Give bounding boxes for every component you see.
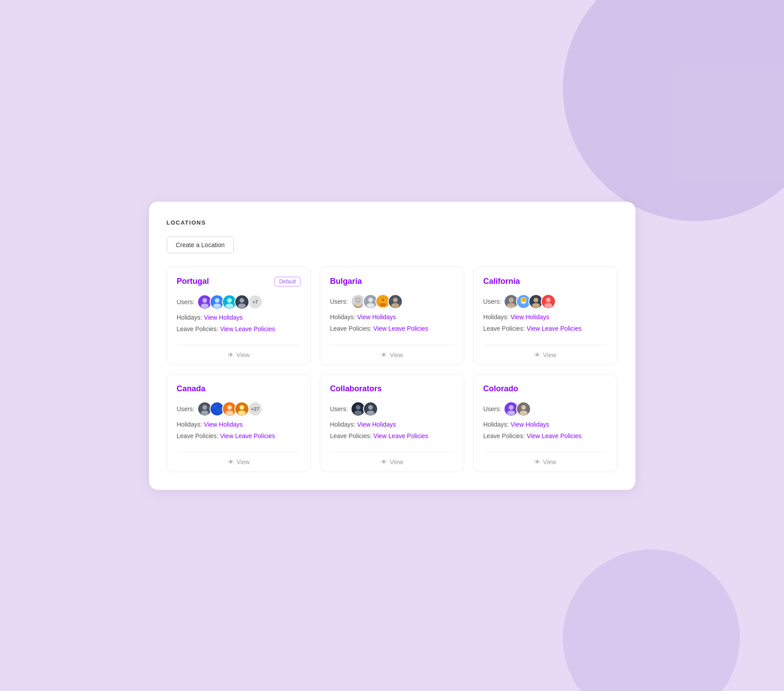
policies-row-colorado: Leave Policies: View Leave Policies [483,432,608,439]
users-row-bulgaria: Users: [330,294,454,309]
view-holidays-link-collaborators[interactable]: View Holidays [357,421,396,428]
view-footer-canada[interactable]: 👁 View [177,452,301,472]
eye-icon-canada: 👁 [228,458,234,466]
view-label-portugal: View [237,351,250,359]
svg-point-48 [227,405,232,410]
card-body-colorado: Users: Holidays: View Holidays [483,401,608,444]
view-label-bulgaria: View [390,351,403,359]
users-label-portugal: Users: [177,298,195,305]
card-title-canada: Canada [177,384,206,393]
card-header-canada: Canada [177,384,301,393]
view-footer-california[interactable]: 👁 View [483,345,608,365]
avatar-group-colorado [504,401,528,416]
avatar-group-bulgaria [351,294,400,309]
policies-row-california: Leave Policies: View Leave Policies [483,325,608,332]
policies-row-bulgaria: Leave Policies: View Leave Policies [330,325,454,332]
svg-point-40 [546,298,551,302]
svg-point-63 [521,405,526,410]
holidays-label-canada: Holidays: [177,421,203,428]
svg-point-57 [368,405,373,410]
svg-point-2 [201,303,209,308]
svg-point-41 [544,303,552,308]
holidays-label-bulgaria: Holidays: [330,313,356,321]
avatar-cn-4 [234,401,249,416]
svg-point-24 [379,303,386,307]
avatar-count-portugal: +7 [248,294,263,309]
users-label-california: Users: [483,298,501,305]
view-label-colorado: View [543,458,556,466]
avatar-count-canada: +27 [248,401,263,416]
view-footer-bulgaria[interactable]: 👁 View [330,345,454,365]
svg-point-37 [534,298,539,302]
view-holidays-link-portugal[interactable]: View Holidays [204,314,243,321]
holidays-row-bulgaria: Holidays: View Holidays [330,313,454,321]
svg-point-51 [240,405,245,410]
holidays-row-colorado: Holidays: View Holidays [483,421,608,428]
svg-point-8 [226,303,233,308]
holidays-label-colorado: Holidays: [483,421,509,428]
card-california: California Users: 🐣 [473,267,618,365]
svg-point-15 [356,298,360,302]
card-title-collaborators: Collaborators [330,384,382,393]
svg-point-31 [509,298,513,302]
svg-point-32 [508,303,515,307]
policies-label-colorado: Leave Policies: [483,432,525,439]
card-colorado: Colorado Users: Holidays: [473,374,618,472]
card-title-colorado: Colorado [483,384,518,393]
users-row-colorado: Users: [483,401,608,416]
view-footer-collaborators[interactable]: 👁 View [330,452,454,472]
svg-point-54 [356,405,360,410]
avatar-group-portugal: +7 [197,294,263,309]
view-policies-link-canada[interactable]: View Leave Policies [220,432,275,439]
svg-point-1 [203,298,207,303]
users-row-portugal: Users: +7 [177,294,301,309]
svg-point-5 [213,303,221,308]
view-policies-link-portugal[interactable]: View Leave Policies [220,325,275,332]
view-policies-link-bulgaria[interactable]: View Leave Policies [373,325,428,332]
svg-point-44 [201,410,209,415]
users-row-canada: Users: 🐾 +27 [177,401,301,416]
view-label-california: View [543,351,556,359]
view-label-canada: View [237,458,250,466]
policies-label-collaborators: Leave Policies: [330,432,371,439]
card-body-collaborators: Users: Holidays: View Holidays [330,401,454,444]
avatar-ca-4 [541,294,556,309]
view-footer-colorado[interactable]: 👁 View [483,452,608,472]
svg-point-52 [238,410,246,415]
svg-point-23 [381,298,385,302]
svg-point-55 [354,410,362,415]
svg-point-11 [238,303,246,308]
svg-point-10 [240,298,245,303]
view-policies-link-colorado[interactable]: View Leave Policies [527,432,581,439]
card-body-canada: Users: 🐾 +27 [177,401,301,444]
eye-icon-california: 👁 [534,351,540,359]
svg-point-26 [393,298,398,302]
svg-point-27 [391,303,399,308]
card-body-california: Users: 🐣 [483,294,608,337]
view-holidays-link-colorado[interactable]: View Holidays [510,421,549,428]
view-footer-portugal[interactable]: 👁 View [177,345,301,365]
svg-point-16 [355,303,362,307]
create-location-button[interactable]: Create a Location [167,237,234,253]
svg-point-49 [226,410,233,415]
avatar-group-california: 🐣 [504,294,553,309]
svg-point-38 [532,303,540,308]
locations-container: LOCATIONS Create a Location Portugal Def… [149,202,635,490]
avatar-bg-4 [388,294,403,309]
users-label-colorado: Users: [483,405,501,412]
card-header-bulgaria: Bulgaria [330,277,454,286]
card-header-portugal: Portugal Default [177,277,301,286]
view-holidays-link-canada[interactable]: View Holidays [204,421,243,428]
view-holidays-link-bulgaria[interactable]: View Holidays [357,313,396,321]
holidays-row-portugal: Holidays: View Holidays [177,314,301,321]
policies-label-portugal: Leave Policies: [177,325,218,332]
avatar-group-canada: 🐾 +27 [197,401,263,416]
card-header-collaborators: Collaborators [330,384,454,393]
users-label-bulgaria: Users: [330,298,348,305]
avatar-group-collaborators [351,401,375,416]
svg-point-4 [215,298,220,303]
view-policies-link-california[interactable]: View Leave Policies [527,325,581,332]
view-holidays-link-california[interactable]: View Holidays [510,313,549,321]
svg-point-64 [520,410,528,415]
view-policies-link-collaborators[interactable]: View Leave Policies [373,432,428,439]
